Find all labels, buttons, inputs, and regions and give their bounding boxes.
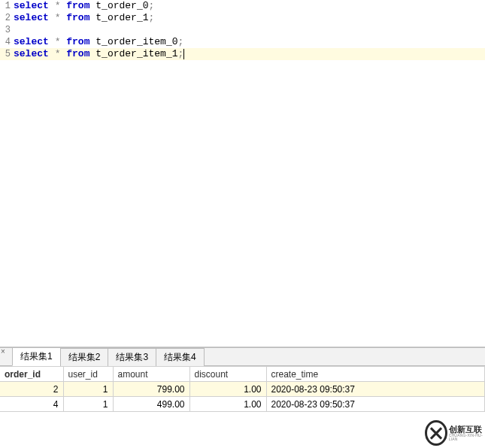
results-table-wrap: order_iduser_idamountdiscountcreate_time… [0, 366, 485, 412]
result-tabstrip: 结果集1结果集2结果集3结果集4 [0, 348, 485, 366]
table-cell[interactable]: 4 [0, 397, 63, 412]
code-text[interactable]: select * from t_order_0; [12, 0, 154, 12]
table-row[interactable]: 41499.001.002020-08-23 09:50:37 [0, 397, 485, 412]
table-cell[interactable]: 2 [0, 382, 63, 397]
code-line[interactable]: 3 [0, 24, 485, 36]
table-cell[interactable]: 1 [63, 397, 113, 412]
table-cell[interactable]: 2020-08-23 09:50:37 [266, 382, 485, 397]
logo-text-cn: 创新互联 [449, 425, 485, 434]
code-line[interactable]: 4select * from t_order_item_0; [0, 36, 485, 48]
code-line[interactable]: 1select * from t_order_0; [0, 0, 485, 12]
code-line[interactable]: 2select * from t_order_1; [0, 12, 485, 24]
table-cell[interactable]: 1 [63, 382, 113, 397]
table-cell[interactable]: 1.00 [189, 397, 266, 412]
close-icon[interactable]: × [1, 347, 5, 356]
logo-icon [425, 420, 447, 446]
table-cell[interactable]: 2020-08-23 09:50:37 [266, 397, 485, 412]
column-header[interactable]: user_id [63, 367, 113, 382]
code-text[interactable]: select * from t_order_item_1; [12, 48, 184, 60]
column-header[interactable]: discount [189, 367, 266, 382]
line-number: 3 [0, 24, 12, 36]
result-tab[interactable]: 结果集3 [108, 348, 156, 366]
line-number: 4 [0, 36, 12, 48]
table-cell[interactable]: 1.00 [189, 382, 266, 397]
code-text[interactable]: select * from t_order_1; [12, 12, 154, 24]
text-cursor [183, 49, 184, 59]
line-number: 5 [0, 48, 12, 60]
results-table: order_iduser_idamountdiscountcreate_time… [0, 366, 485, 412]
table-cell[interactable]: 499.00 [113, 397, 189, 412]
line-number: 1 [0, 0, 12, 12]
table-body: 21799.001.002020-08-23 09:50:3741499.001… [0, 382, 485, 412]
logo-text-en: CHUANG-XIN-HU-LIAN [449, 434, 485, 441]
column-header[interactable]: create_time [266, 367, 485, 382]
code-text[interactable]: select * from t_order_item_0; [12, 36, 183, 48]
watermark-logo: 创新互联 CHUANG-XIN-HU-LIAN [425, 418, 485, 448]
results-pane: 结果集1结果集2结果集3结果集4 order_iduser_idamountdi… [0, 347, 485, 412]
table-cell[interactable]: 799.00 [113, 382, 189, 397]
result-tab[interactable]: 结果集1 [12, 347, 61, 366]
result-tab[interactable]: 结果集2 [60, 348, 109, 366]
line-number: 2 [0, 12, 12, 24]
table-header-row: order_iduser_idamountdiscountcreate_time [0, 367, 485, 382]
column-header[interactable]: order_id [0, 367, 63, 382]
table-row[interactable]: 21799.001.002020-08-23 09:50:37 [0, 382, 485, 397]
result-tab[interactable]: 结果集4 [156, 348, 205, 366]
sql-editor[interactable]: 1select * from t_order_0;2select * from … [0, 0, 485, 347]
code-line[interactable]: 5select * from t_order_item_1; [0, 48, 485, 60]
column-header[interactable]: amount [113, 367, 189, 382]
